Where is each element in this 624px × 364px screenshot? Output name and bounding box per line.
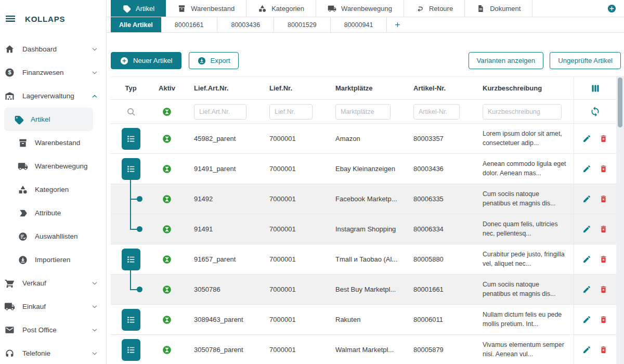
columns-icon[interactable] xyxy=(590,83,601,94)
cell-marktplatz: Instagram Shopping xyxy=(324,214,402,244)
sidebar-item-warenbewegung[interactable]: Warenbewegung xyxy=(4,154,93,178)
trash-icon xyxy=(599,315,608,324)
sidebar-item-warenbestand[interactable]: Warenbestand xyxy=(4,131,93,154)
col-header-typ[interactable]: Typ xyxy=(111,77,151,99)
tab-kategorien[interactable]: Kategorien xyxy=(246,0,316,17)
active-status-icon[interactable] xyxy=(162,345,172,355)
table-row[interactable]: 91657_parent 7000001 Tmall и Taobao (Al.… xyxy=(111,244,616,275)
col-header-kurzbeschreibung[interactable]: Kurzbeschreibung xyxy=(472,77,574,99)
subtab-article[interactable]: 80000941 xyxy=(331,17,387,32)
sidebar-item-telefonie[interactable]: Telefonie xyxy=(0,342,106,364)
scrollbar-thumb[interactable] xyxy=(618,77,622,127)
refresh-icon[interactable] xyxy=(590,106,601,117)
edit-button[interactable] xyxy=(582,164,592,174)
delete-button[interactable] xyxy=(599,225,608,234)
tab-retoure[interactable]: Retoure xyxy=(404,0,465,17)
tab-warenbewegung[interactable]: Warenbewegung xyxy=(316,0,404,17)
edit-button[interactable] xyxy=(582,134,592,144)
table-row[interactable]: 91491 7000001 Instagram Shopping 8000633… xyxy=(111,214,616,244)
filter-typ xyxy=(111,100,151,123)
delete-button[interactable] xyxy=(599,315,608,324)
sidebar-item-post-office[interactable]: Post Office xyxy=(0,318,106,342)
edit-button[interactable] xyxy=(582,285,592,294)
show-variants-button[interactable]: Varianten anzeigen xyxy=(469,52,544,69)
tab-warenbestand[interactable]: Warenbestand xyxy=(166,0,246,17)
active-status-icon[interactable] xyxy=(162,194,172,204)
delete-button[interactable] xyxy=(599,134,608,144)
subtab-alle-artikel[interactable]: Alle Artikel xyxy=(111,17,161,32)
table-row[interactable]: 3050786 7000001 Best Buy Marketpl... 800… xyxy=(111,275,616,305)
edit-button[interactable] xyxy=(582,255,592,264)
col-header-aktiv[interactable]: Aktiv xyxy=(151,77,183,99)
article-type-button[interactable] xyxy=(122,158,140,180)
home-icon xyxy=(4,44,15,55)
active-status-icon[interactable] xyxy=(162,164,172,174)
col-header-lief-nr[interactable]: Lief.Nr. xyxy=(258,77,324,99)
table-row[interactable]: 45982_parent 7000001 Amazon 80003357 Lor… xyxy=(111,124,616,154)
sidebar-item-lagerverwaltung[interactable]: Lagerverwaltung xyxy=(0,84,106,108)
sidebar-item-importieren[interactable]: Importieren xyxy=(4,248,93,271)
kurzbeschreibung-filter-input[interactable] xyxy=(483,104,562,120)
col-header-lief-art-nr[interactable]: Lief.Art.Nr. xyxy=(183,77,258,99)
pencil-icon xyxy=(582,225,591,233)
new-article-button[interactable]: Neuer Artikel xyxy=(111,52,181,69)
sidebar-item-finanzwesen[interactable]: Finanzwesen xyxy=(0,61,106,84)
sidebar-item-artikel[interactable]: Artikel xyxy=(4,108,93,131)
active-status-icon[interactable] xyxy=(162,254,172,265)
plus-icon xyxy=(394,21,401,29)
table-row[interactable]: 3050786_parent 7000001 Walmart Marketpl.… xyxy=(111,335,616,364)
sidebar-item-einkauf[interactable]: Einkauf xyxy=(0,295,106,318)
table-row[interactable]: 91492 7000001 Facebook Marketp... 800063… xyxy=(111,184,616,214)
active-status-icon[interactable] xyxy=(162,315,172,325)
table-scrollbar[interactable] xyxy=(616,76,624,364)
filter-artikel-nr-cell xyxy=(402,100,472,123)
active-status-icon[interactable] xyxy=(162,224,172,235)
article-type-button[interactable] xyxy=(122,309,140,331)
add-tab-button[interactable] xyxy=(607,4,617,14)
delete-button[interactable] xyxy=(599,164,608,174)
sidebar-item-auswahllisten[interactable]: Auswahllisten xyxy=(4,225,93,248)
active-status-icon[interactable] xyxy=(162,107,172,117)
table-row[interactable]: 91491_parent 7000001 Ebay Kleinanzeigen … xyxy=(111,154,616,184)
delete-button[interactable] xyxy=(599,345,608,355)
sidebar-item-attribute[interactable]: Attribute xyxy=(4,201,93,225)
delete-button[interactable] xyxy=(599,194,608,204)
cell-kurzbeschreibung: Cum sociis natoque penatibus et magnis d… xyxy=(472,275,574,304)
active-status-icon[interactable] xyxy=(162,284,172,295)
tab-artikel[interactable]: Artikel xyxy=(111,0,166,17)
article-type-button[interactable] xyxy=(122,339,140,361)
marktplaetze-filter-input[interactable] xyxy=(335,104,391,120)
delete-button[interactable] xyxy=(599,285,608,294)
cell-lief-nr: 7000001 xyxy=(258,214,324,244)
sidebar-item-kategorien[interactable]: Kategorien xyxy=(4,178,93,201)
col-header-marktplaetze[interactable]: Marktplätze xyxy=(324,77,402,99)
tab-dokument[interactable]: Dokument xyxy=(465,0,532,17)
subtab-article[interactable]: 80001661 xyxy=(161,17,218,32)
filter-marktplaetze-cell xyxy=(324,100,402,123)
unchecked-articles-button[interactable]: Ungeprüfte Artikel xyxy=(550,52,621,69)
edit-button[interactable] xyxy=(582,345,592,355)
sidebar-item-verkauf[interactable]: Verkauf xyxy=(0,271,106,295)
cell-lief-nr: 7000001 xyxy=(258,335,324,364)
table-row[interactable]: 3089463_parent 7000001 Rakuten 80006011 … xyxy=(111,305,616,335)
artikel-nr-filter-input[interactable] xyxy=(413,104,460,120)
lief-nr-filter-input[interactable] xyxy=(269,104,313,120)
active-status-icon[interactable] xyxy=(162,134,172,144)
edit-button[interactable] xyxy=(582,194,592,204)
sidebar-item-dashboard[interactable]: Dashboard xyxy=(0,37,106,61)
subtab-article[interactable]: 80003436 xyxy=(217,17,274,32)
hamburger-menu-icon[interactable] xyxy=(4,12,17,25)
chevron-down-icon xyxy=(90,69,99,77)
lief-art-nr-filter-input[interactable] xyxy=(194,104,246,120)
add-article-tab-button[interactable] xyxy=(387,17,408,32)
search-icon[interactable] xyxy=(126,107,136,117)
child-node-dot xyxy=(137,226,142,232)
col-header-artikel-nr[interactable]: Artikel-Nr. xyxy=(402,77,472,99)
delete-button[interactable] xyxy=(599,255,608,264)
edit-button[interactable] xyxy=(582,315,592,324)
article-type-button[interactable] xyxy=(122,249,140,270)
edit-button[interactable] xyxy=(582,225,592,234)
article-type-button[interactable] xyxy=(122,128,140,150)
subtab-article[interactable]: 80001529 xyxy=(274,17,331,32)
export-button[interactable]: Export xyxy=(189,52,239,69)
